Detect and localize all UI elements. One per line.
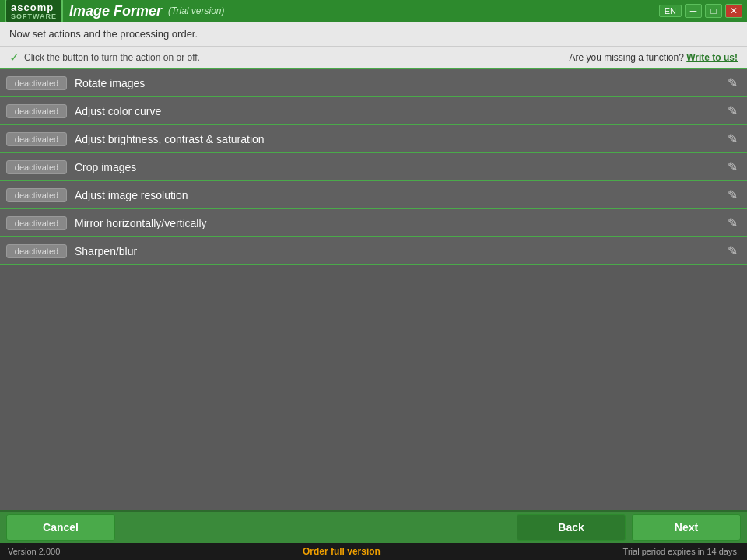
bottom-bar: Cancel Back Next [0,510,747,543]
next-button[interactable]: Next [632,514,741,541]
toggle-btn-rotate[interactable]: deactivated [6,76,67,90]
action-label-brightness: Adjust brightness, contrast & saturation [75,133,724,145]
logo: ascomp SOFTWARE [5,0,63,23]
hint-left: ✓ Click the button to turn the action on… [9,50,200,65]
status-bar: Version 2.000 Order full version Trial p… [0,543,747,560]
edit-icon-rotate[interactable]: ✎ [724,74,741,92]
minimize-button[interactable]: ─ [685,4,702,18]
hint-row: ✓ Click the button to turn the action on… [0,47,747,69]
app-title: Image Former [69,3,162,19]
action-label-resolution: Adjust image resolution [75,189,724,201]
toggle-btn-brightness[interactable]: deactivated [6,132,67,146]
version-text: Version 2.000 [8,547,60,556]
action-row-brightness[interactable]: deactivatedAdjust brightness, contrast &… [0,125,747,153]
action-label-rotate: Rotate images [75,77,724,89]
action-row-color-curve[interactable]: deactivatedAdjust color curve✎ [0,97,747,125]
cancel-button[interactable]: Cancel [6,514,115,541]
back-button[interactable]: Back [517,514,626,541]
missing-text: Are you missing a function? [569,52,683,63]
edit-icon-brightness[interactable]: ✎ [724,130,741,148]
empty-area [0,265,747,510]
lang-button[interactable]: EN [659,5,682,17]
edit-icon-resolution[interactable]: ✎ [724,186,741,204]
logo-text: ascomp [11,2,54,13]
restore-button[interactable]: □ [705,4,722,18]
hint-right: Are you missing a function? Write to us! [569,52,738,63]
edit-icon-crop[interactable]: ✎ [724,158,741,176]
hint-text: Click the button to turn the action on o… [24,52,200,63]
action-row-resolution[interactable]: deactivatedAdjust image resolution✎ [0,181,747,209]
action-row-rotate[interactable]: deactivatedRotate images✎ [0,69,747,97]
toggle-btn-mirror[interactable]: deactivated [6,216,67,230]
order-link[interactable]: Order full version [303,546,381,557]
logo-sub: SOFTWARE [11,13,57,20]
toggle-btn-crop[interactable]: deactivated [6,160,67,174]
actions-list: deactivatedRotate images✎deactivatedAdju… [0,69,747,265]
edit-icon-mirror[interactable]: ✎ [724,214,741,232]
action-row-mirror[interactable]: deactivatedMirror horizontally/verticall… [0,209,747,237]
titlebar-controls: EN ─ □ ✕ [659,4,742,18]
trial-text: Trial period expires in 14 days. [623,547,739,556]
action-label-color-curve: Adjust color curve [75,105,724,117]
action-label-crop: Crop images [75,161,724,173]
edit-icon-color-curve[interactable]: ✎ [724,102,741,120]
toggle-btn-resolution[interactable]: deactivated [6,188,67,202]
action-row-sharpen[interactable]: deactivatedSharpen/blur✎ [0,237,747,265]
checkmark-icon: ✓ [9,50,19,65]
titlebar: ascomp SOFTWARE Image Former (Trial vers… [0,0,747,22]
action-label-sharpen: Sharpen/blur [75,245,724,257]
trial-label: (Trial version) [168,5,224,16]
close-button[interactable]: ✕ [725,4,742,18]
btn-group-right: Back Next [517,514,741,541]
toggle-btn-color-curve[interactable]: deactivated [6,104,67,118]
instruction-bar: Now set actions and the processing order… [0,22,747,47]
instruction-text: Now set actions and the processing order… [9,28,198,40]
toggle-btn-sharpen[interactable]: deactivated [6,244,67,258]
action-label-mirror: Mirror horizontally/vertically [75,217,724,229]
titlebar-left: ascomp SOFTWARE Image Former (Trial vers… [5,0,225,23]
action-row-crop[interactable]: deactivatedCrop images✎ [0,153,747,181]
write-to-us-link[interactable]: Write to us! [686,52,738,63]
edit-icon-sharpen[interactable]: ✎ [724,242,741,260]
